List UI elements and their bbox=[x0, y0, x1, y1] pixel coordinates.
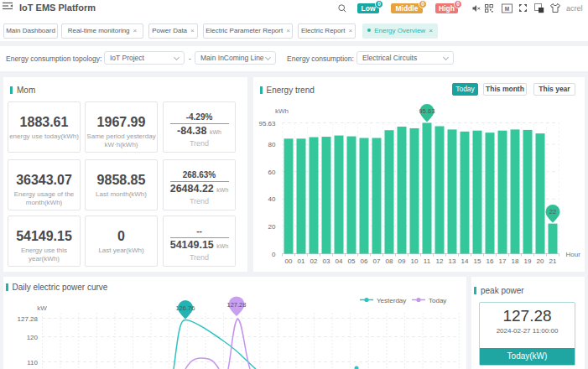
svg-text:60: 60 bbox=[268, 169, 276, 176]
svg-text:20: 20 bbox=[537, 257, 544, 265]
svg-text:95.63: 95.63 bbox=[419, 107, 435, 115]
svg-text:19: 19 bbox=[524, 257, 532, 265]
svg-text:Hour: Hour bbox=[566, 251, 581, 258]
svg-text:80: 80 bbox=[268, 141, 276, 148]
svg-text:17: 17 bbox=[499, 257, 507, 265]
svg-text:00: 00 bbox=[285, 257, 293, 265]
svg-text:07: 07 bbox=[373, 257, 381, 265]
svg-text:11: 11 bbox=[424, 257, 431, 265]
svg-text:08: 08 bbox=[386, 257, 393, 265]
svg-text:03: 03 bbox=[323, 257, 330, 265]
svg-text:05: 05 bbox=[348, 257, 356, 265]
svg-text:14: 14 bbox=[461, 257, 469, 265]
svg-text:18: 18 bbox=[512, 257, 519, 265]
svg-text:120: 120 bbox=[27, 334, 39, 341]
svg-text:0: 0 bbox=[272, 251, 276, 258]
svg-text:01: 01 bbox=[298, 257, 305, 265]
svg-text:40: 40 bbox=[268, 195, 276, 203]
svg-text:127.28: 127.28 bbox=[227, 301, 247, 309]
svg-text:16: 16 bbox=[487, 257, 494, 265]
svg-text:20: 20 bbox=[268, 223, 276, 231]
svg-text:110: 110 bbox=[27, 359, 38, 366]
svg-text:kWh: kWh bbox=[275, 107, 289, 115]
svg-text:13: 13 bbox=[449, 257, 456, 265]
svg-text:09: 09 bbox=[398, 257, 406, 265]
svg-text:126.76: 126.76 bbox=[176, 304, 195, 312]
svg-text:22: 22 bbox=[549, 208, 556, 216]
svg-text:10: 10 bbox=[411, 257, 419, 265]
svg-text:15: 15 bbox=[474, 257, 481, 265]
svg-text:M: M bbox=[505, 6, 509, 12]
svg-text:Today: Today bbox=[429, 297, 446, 304]
svg-text:127.28: 127.28 bbox=[18, 315, 39, 323]
svg-text:02: 02 bbox=[310, 257, 318, 265]
svg-text:kW: kW bbox=[37, 304, 47, 312]
svg-text:95.63: 95.63 bbox=[258, 120, 276, 127]
svg-text:12: 12 bbox=[436, 257, 444, 265]
svg-text:Yesterday: Yesterday bbox=[377, 297, 406, 304]
svg-text:21: 21 bbox=[549, 257, 557, 265]
svg-text:06: 06 bbox=[361, 257, 368, 265]
svg-text:04: 04 bbox=[336, 257, 343, 265]
